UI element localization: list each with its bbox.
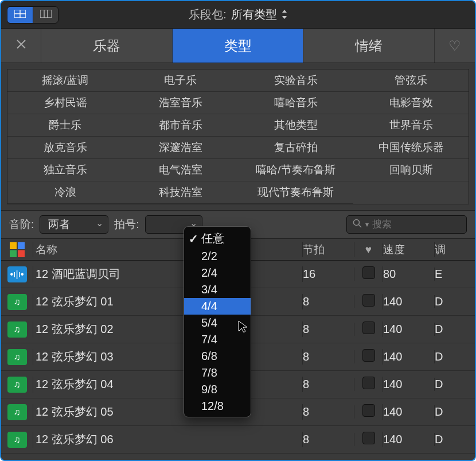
genre-tag[interactable]: 实验音乐 <box>238 69 353 92</box>
genre-tag <box>353 181 469 204</box>
midi-note-icon: ♫ <box>7 432 27 448</box>
midi-note-icon: ♫ <box>7 321 27 338</box>
genre-tag[interactable]: 管弦乐 <box>353 69 469 92</box>
loop-tempo: 140 <box>383 323 435 336</box>
midi-note-icon: ♫ <box>7 404 27 420</box>
view-mode-single[interactable] <box>33 7 58 23</box>
menu-item[interactable]: 12/8 <box>184 398 251 414</box>
loop-key: E <box>435 268 475 281</box>
genre-tag[interactable]: 科技浩室 <box>123 181 238 204</box>
loop-tempo: 140 <box>383 350 435 363</box>
genre-tag[interactable]: 电影音效 <box>353 92 469 114</box>
loop-name: 12 弦乐梦幻 06 <box>33 432 303 447</box>
column-name[interactable]: 名称 <box>33 242 303 257</box>
loop-name: 12 弦乐梦幻 01 <box>33 294 303 309</box>
chevron-down-icon: ▾ <box>365 220 369 228</box>
tab-mood[interactable]: 情绪 <box>303 29 435 63</box>
search-field[interactable]: ▾ <box>346 215 467 234</box>
column-favorite[interactable]: ♥ <box>354 243 383 256</box>
menu-item[interactable]: 9/8 <box>184 381 251 398</box>
genre-tag[interactable]: 现代节奏布鲁斯 <box>238 181 353 204</box>
favorite-checkbox[interactable] <box>362 321 375 334</box>
single-column-icon <box>40 10 52 20</box>
genre-tag[interactable]: 放克音乐 <box>7 137 123 159</box>
loop-tempo: 80 <box>383 268 435 281</box>
favorite-checkbox[interactable] <box>362 266 375 279</box>
scale-select[interactable]: 两者 <box>40 215 108 234</box>
genre-tag[interactable]: 深邃浩室 <box>123 137 238 159</box>
heart-icon: ♡ <box>448 38 461 54</box>
menu-item[interactable]: 7/8 <box>184 365 251 381</box>
stepper-icon <box>282 9 287 21</box>
heart-icon: ♥ <box>365 243 372 255</box>
loop-beat: 16 <box>303 268 354 281</box>
genre-tag[interactable]: 电子乐 <box>123 69 238 92</box>
midi-note-icon: ♫ <box>7 377 27 393</box>
genre-tag[interactable]: 浩室音乐 <box>123 92 238 114</box>
genre-tag[interactable]: 复古碎拍 <box>238 137 353 159</box>
genre-tag[interactable]: 嘻哈音乐 <box>238 92 353 114</box>
view-toggle <box>7 6 58 24</box>
tab-favorites[interactable]: ♡ <box>435 29 475 63</box>
genre-tag[interactable]: 中国传统乐器 <box>353 137 469 159</box>
loop-name: 12 酒吧蓝调贝司 <box>33 266 303 282</box>
loop-tempo: 140 <box>383 295 435 308</box>
loop-name: 12 弦乐梦幻 03 <box>33 349 303 365</box>
column-tempo[interactable]: 速度 <box>383 242 435 257</box>
genre-tag[interactable]: 电气浩室 <box>123 159 238 181</box>
loop-beat: 8 <box>303 323 354 336</box>
loop-beat: 8 <box>303 295 354 308</box>
genre-tag[interactable]: 回响贝斯 <box>353 159 469 181</box>
genre-tag[interactable]: 嘻哈/节奏布鲁斯 <box>238 159 353 181</box>
favorite-checkbox[interactable] <box>362 377 375 389</box>
loop-pack-select[interactable]: 乐段包: 所有类型 <box>58 7 418 22</box>
favorite-checkbox[interactable] <box>362 404 375 417</box>
menu-item[interactable]: 6/8 <box>184 348 251 365</box>
favorite-checkbox[interactable] <box>362 294 375 307</box>
close-button[interactable] <box>1 29 41 63</box>
app-tile-icon <box>10 242 25 257</box>
tab-instrument[interactable]: 乐器 <box>41 29 173 63</box>
search-icon <box>353 218 362 231</box>
loop-key: D <box>435 350 475 363</box>
midi-note-icon: ♫ <box>7 294 27 310</box>
titlebar: 乐段包: 所有类型 <box>1 1 475 29</box>
scale-value: 两者 <box>48 217 70 232</box>
genre-tag[interactable]: 爵士乐 <box>7 114 123 137</box>
column-beat[interactable]: 节拍 <box>303 242 354 257</box>
genre-tag[interactable]: 世界音乐 <box>353 114 469 137</box>
column-key[interactable]: 调 <box>435 242 475 257</box>
signature-value <box>154 218 157 231</box>
close-icon <box>15 38 27 53</box>
view-mode-columns[interactable] <box>7 7 33 23</box>
loop-name: 12 弦乐梦幻 04 <box>33 377 303 392</box>
column-icon[interactable] <box>1 242 33 257</box>
list-row[interactable]: ♫ 12 弦乐梦幻 06 8 140 D <box>1 426 475 454</box>
time-signature-menu: 任意2/22/43/44/45/47/46/87/89/812/8 <box>184 226 251 417</box>
menu-item[interactable]: 7/4 <box>184 331 251 348</box>
menu-item[interactable]: 2/2 <box>184 248 251 265</box>
audio-waveform-icon: •ı|ı• <box>7 266 27 282</box>
loop-tempo: 140 <box>383 378 435 391</box>
tab-type[interactable]: 类型 <box>173 29 304 63</box>
menu-item[interactable]: 任意 <box>184 229 251 248</box>
svg-line-9 <box>359 225 362 228</box>
genre-tag[interactable]: 都市音乐 <box>123 114 238 137</box>
columns-icon <box>14 10 26 20</box>
genre-tag[interactable]: 摇滚/蓝调 <box>7 69 123 92</box>
menu-item[interactable]: 3/4 <box>184 281 251 298</box>
loop-name: 12 弦乐梦幻 02 <box>33 321 303 337</box>
menu-item[interactable]: 5/4 <box>184 315 251 331</box>
genre-tag[interactable]: 独立音乐 <box>7 159 123 181</box>
genre-tag[interactable]: 冷浪 <box>7 181 123 204</box>
search-input[interactable] <box>372 219 476 230</box>
loop-key: D <box>435 433 475 446</box>
loop-tempo: 140 <box>383 405 435 419</box>
genre-tag[interactable]: 其他类型 <box>238 114 353 137</box>
favorite-checkbox[interactable] <box>362 432 375 444</box>
loop-key: D <box>435 323 475 336</box>
menu-item[interactable]: 4/4 <box>184 298 251 315</box>
favorite-checkbox[interactable] <box>362 349 375 362</box>
menu-item[interactable]: 2/4 <box>184 265 251 281</box>
genre-tag[interactable]: 乡村民谣 <box>7 92 123 114</box>
